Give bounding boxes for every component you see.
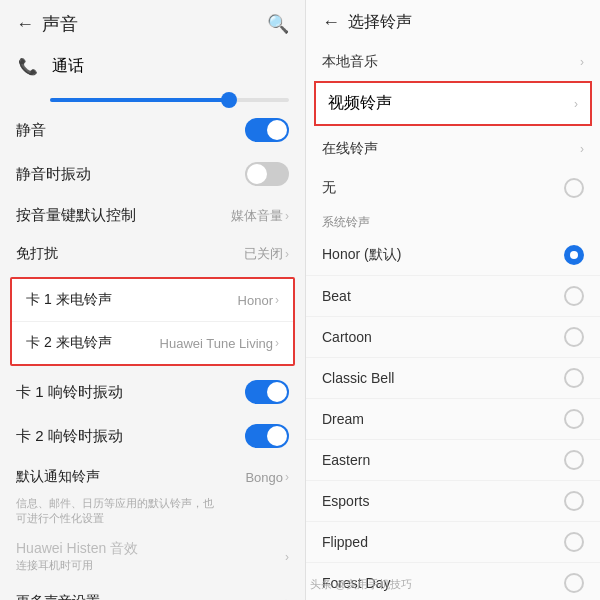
left-panel: ← 声音 🔍 📞 通话 静音 静音时振动 按音量键默认控制 [0, 0, 305, 600]
vibrate-row: 静音时振动 [0, 152, 305, 196]
slider-track[interactable] [50, 98, 289, 102]
none-row[interactable]: 无 [306, 168, 600, 208]
ringtone-radio[interactable] [564, 491, 584, 511]
slider-thumb[interactable] [221, 92, 237, 108]
ringtone-radio[interactable] [564, 532, 584, 552]
right-panel: ← 选择铃声 本地音乐 › 视频铃声 › 在线铃声 › 无 系统铃声 Honor… [305, 0, 600, 600]
volume-slider-inner: 📞 通话 [16, 54, 289, 78]
ringtone-radio[interactable] [564, 245, 584, 265]
more-row[interactable]: 更多声音设置 › [0, 583, 305, 600]
card2-value: Huawei Tune Living › [160, 336, 279, 351]
notif-label: 默认通知铃声 [16, 468, 100, 486]
slider-fill [50, 98, 229, 102]
ringtone-row[interactable]: Eastern [306, 440, 600, 481]
ringtone-name: Honor (默认) [322, 246, 401, 264]
ringtone-name: Esports [322, 493, 369, 509]
ringtone-radio[interactable] [564, 368, 584, 388]
card1-value: Honor › [238, 293, 279, 308]
histen-sub: 连接耳机时可用 [16, 558, 138, 573]
histen-label: Huawei Histen 音效 [16, 540, 138, 558]
left-header-left: ← 声音 [16, 12, 78, 36]
vibrate-toggle[interactable] [245, 162, 289, 186]
vib1-label: 卡 1 响铃时振动 [16, 383, 123, 402]
ringtone-radio[interactable] [564, 286, 584, 306]
card2-label: 卡 2 来电铃声 [26, 334, 112, 352]
category-online-chevron: › [580, 142, 584, 156]
card2-chevron-icon: › [275, 336, 279, 350]
ringtone-cards-group: 卡 1 来电铃声 Honor › 卡 2 来电铃声 Huawei Tune Li… [10, 277, 295, 366]
category-local[interactable]: 本地音乐 › [306, 41, 600, 81]
left-header: ← 声音 🔍 [0, 0, 305, 44]
dnd-chevron-icon: › [285, 247, 289, 261]
ringtone-row[interactable]: Honor (默认) [306, 235, 600, 276]
ringtone-row[interactable]: Esports [306, 481, 600, 522]
category-local-chevron: › [580, 55, 584, 69]
silent-row: 静音 [0, 108, 305, 152]
call-icon: 📞 [16, 54, 40, 78]
none-radio[interactable] [564, 178, 584, 198]
volume-slider-row: 📞 通话 [0, 44, 305, 88]
vibrate-label: 静音时振动 [16, 165, 91, 184]
histen-group: Huawei Histen 音效 连接耳机时可用 [16, 540, 138, 573]
dnd-label: 免打扰 [16, 245, 58, 263]
ringtone-radio[interactable] [564, 450, 584, 470]
search-icon[interactable]: 🔍 [267, 13, 289, 35]
watermark: 头条 @实用手机技巧 [310, 577, 412, 592]
vib1-toggle-thumb [267, 382, 287, 402]
category-video-highlighted[interactable]: 视频铃声 › [314, 81, 592, 126]
ringtone-row[interactable]: Cartoon [306, 317, 600, 358]
vib2-label: 卡 2 响铃时振动 [16, 427, 123, 446]
notif-chevron-icon: › [285, 470, 289, 484]
silent-label: 静音 [16, 121, 46, 140]
ringtone-name: Dream [322, 411, 364, 427]
vibrate-toggle-thumb [247, 164, 267, 184]
dnd-row[interactable]: 免打扰 已关闭 › [0, 235, 305, 273]
ringtone-name: Cartoon [322, 329, 372, 345]
notif-row[interactable]: 默认通知铃声 Bongo › [0, 458, 305, 496]
right-back-icon[interactable]: ← [322, 12, 340, 33]
vib2-row: 卡 2 响铃时振动 [0, 414, 305, 458]
dnd-value: 已关闭 › [244, 245, 289, 263]
ringtone-row[interactable]: Flipped [306, 522, 600, 563]
vib1-toggle[interactable] [245, 380, 289, 404]
more-chevron-icon: › [285, 595, 289, 600]
volume-slider[interactable] [0, 88, 305, 108]
chevron-icon: › [285, 209, 289, 223]
category-online[interactable]: 在线铃声 › [306, 128, 600, 168]
left-title: 声音 [42, 12, 78, 36]
ringtone-name: Flipped [322, 534, 368, 550]
right-title: 选择铃声 [348, 12, 412, 33]
system-label: 系统铃声 [306, 208, 600, 235]
card2-row[interactable]: 卡 2 来电铃声 Huawei Tune Living › [12, 321, 293, 364]
notif-value: Bongo › [245, 470, 289, 485]
silent-toggle[interactable] [245, 118, 289, 142]
vib2-toggle[interactable] [245, 424, 289, 448]
card1-chevron-icon: › [275, 293, 279, 307]
histen-row[interactable]: Huawei Histen 音效 连接耳机时可用 › [0, 530, 305, 583]
vib2-toggle-thumb [267, 426, 287, 446]
volume-key-label: 按音量键默认控制 [16, 206, 136, 225]
volume-key-row[interactable]: 按音量键默认控制 媒体音量 › [0, 196, 305, 235]
ringtone-list: Honor (默认) Beat Cartoon Classic Bell Dre… [306, 235, 600, 600]
ringtone-name: Beat [322, 288, 351, 304]
ringtone-radio[interactable] [564, 409, 584, 429]
card1-row[interactable]: 卡 1 来电铃声 Honor › [12, 279, 293, 321]
card1-label: 卡 1 来电铃声 [26, 291, 112, 309]
volume-key-value: 媒体音量 › [231, 207, 289, 225]
vib1-row: 卡 1 响铃时振动 [0, 370, 305, 414]
ringtone-row[interactable]: Dream [306, 399, 600, 440]
ringtone-row[interactable]: Classic Bell [306, 358, 600, 399]
histen-chevron-icon: › [285, 550, 289, 564]
ringtone-radio[interactable] [564, 573, 584, 593]
ringtone-radio[interactable] [564, 327, 584, 347]
call-label: 通话 [52, 56, 289, 77]
ringtone-name: Classic Bell [322, 370, 394, 386]
ringtone-name: Eastern [322, 452, 370, 468]
more-label: 更多声音设置 [16, 593, 100, 600]
notif-sub: 信息、邮件、日历等应用的默认铃声，也可进行个性化设置 [0, 496, 305, 530]
right-header: ← 选择铃声 [306, 0, 600, 41]
ringtone-row[interactable]: Beat [306, 276, 600, 317]
category-video-chevron: › [574, 97, 578, 111]
silent-toggle-thumb [267, 120, 287, 140]
back-icon[interactable]: ← [16, 14, 34, 35]
